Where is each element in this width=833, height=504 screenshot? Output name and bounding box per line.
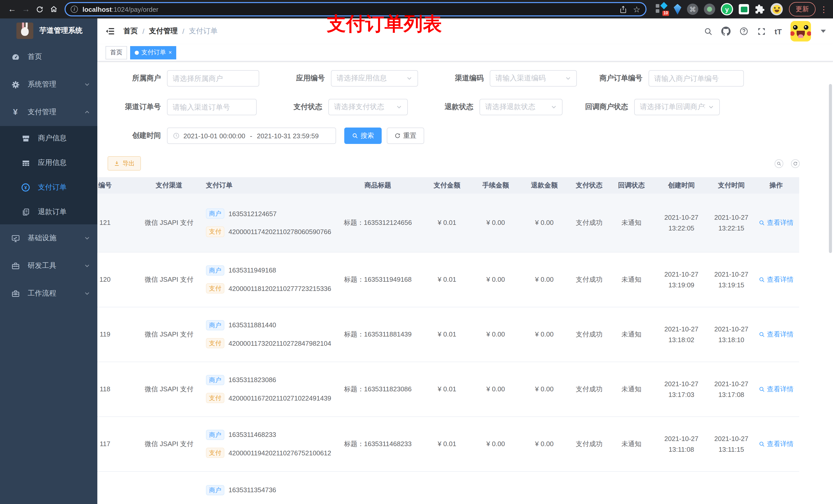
merchant-tag: 商户: [206, 320, 224, 330]
tab-home[interactable]: 首页: [105, 46, 127, 59]
field-label: 渠道编码: [430, 74, 490, 83]
extension-diamond-icon[interactable]: 10: [656, 3, 668, 16]
share-icon[interactable]: [619, 5, 627, 14]
date-start: 2021-10-01 00:00:00: [184, 132, 245, 140]
pay-tag: 支付: [206, 283, 224, 294]
sidebar-item-payment[interactable]: ¥ 支付管理: [0, 98, 97, 126]
briefcase-icon: [11, 289, 20, 298]
browser-reload-icon[interactable]: [33, 2, 47, 16]
breadcrumb-payment[interactable]: 支付管理: [149, 27, 178, 36]
page-info-icon[interactable]: i: [71, 6, 78, 13]
create-time-range-picker[interactable]: 2021-10-01 00:00:00 - 2021-10-31 23:59:5…: [167, 127, 336, 144]
toolbox-icon: [11, 262, 20, 270]
refresh-table-button[interactable]: [791, 159, 800, 168]
merchant-tag: 商户: [206, 375, 224, 385]
field-label: 渠道订单号: [108, 102, 167, 112]
chevron-down-icon: [84, 290, 90, 296]
screen: ← → i localhost:1024/pay/order ☆ 10 ⌘ y: [0, 0, 833, 504]
tab-pay-order[interactable]: 支付订单 ×: [130, 46, 176, 59]
extensions-puzzle-icon[interactable]: [755, 4, 765, 14]
sidebar: 芋道管理系统 首页 系统管理 ¥ 支付管理: [0, 19, 97, 504]
navbar-actions: tT: [704, 21, 826, 42]
github-icon[interactable]: [721, 27, 731, 36]
view-details-link[interactable]: 查看详情: [759, 218, 793, 227]
browser-profile-avatar[interactable]: [770, 3, 783, 15]
chevron-down-icon: [396, 104, 402, 110]
merchant-order-no-input[interactable]: [648, 70, 744, 87]
extension-chat-icon[interactable]: [739, 4, 749, 14]
extension-y-icon[interactable]: y: [721, 3, 733, 15]
url-text: localhost:1024/pay/order: [82, 5, 158, 13]
app-logo[interactable]: 芋道管理系统: [0, 19, 97, 43]
help-icon[interactable]: [739, 27, 748, 36]
browser-forward-icon[interactable]: →: [19, 2, 33, 16]
chevron-down-icon: [708, 104, 714, 110]
table-row[interactable]: 119 微信 JSAPI 支付 商户1635311881440 支付420000…: [97, 307, 799, 362]
view-details-link[interactable]: 查看详情: [759, 330, 793, 339]
table-header-row: 编号 支付渠道 支付订单 商品标题 支付金额 手续金额 退款金额 支付状态 回调…: [97, 177, 799, 194]
view-details-link[interactable]: 查看详情: [759, 384, 793, 393]
sidebar-item-system[interactable]: 系统管理: [0, 71, 97, 98]
sidebar-item-merchant-info[interactable]: 商户信息: [0, 126, 97, 150]
field-label: 商户订单编号: [589, 74, 648, 83]
search-icon[interactable]: [704, 27, 713, 35]
chevron-down-icon: [84, 81, 90, 88]
sidebar-item-workflow[interactable]: 工作流程: [0, 280, 97, 307]
avatar-caret-icon[interactable]: [821, 30, 826, 33]
channel-order-no-input[interactable]: [167, 99, 257, 115]
view-details-link[interactable]: 查看详情: [759, 275, 793, 284]
sidebar-fold-icon[interactable]: [105, 26, 115, 37]
field-label: 退款状态: [420, 102, 479, 112]
app-select[interactable]: 请选择应用信息: [331, 70, 418, 87]
date-end: 2021-10-31 23:59:59: [257, 132, 319, 140]
export-button[interactable]: 导出: [108, 156, 141, 171]
table-row[interactable]: 商户1635311354736: [97, 471, 799, 504]
vertical-scrollbar[interactable]: [829, 84, 832, 253]
clock-icon: [173, 132, 180, 139]
dashboard-icon: [11, 52, 20, 61]
browser-menu-icon[interactable]: ⋮: [820, 4, 828, 14]
extension-record-icon[interactable]: [704, 4, 715, 15]
sidebar-item-refund-order[interactable]: 退款订单: [0, 200, 97, 224]
user-avatar[interactable]: [790, 21, 811, 42]
shop-icon: [21, 134, 30, 143]
table-row[interactable]: 118 微信 JSAPI 支付 商户1635311823086 支付420000…: [97, 362, 799, 416]
search-button[interactable]: 搜索: [344, 127, 382, 144]
table-row[interactable]: 121 微信 JSAPI 支付 商户1635312124657 支付420000…: [97, 194, 799, 252]
merchant-input[interactable]: [167, 70, 259, 87]
toggle-search-button[interactable]: [775, 159, 783, 168]
orders-table: 编号 支付渠道 支付订单 商品标题 支付金额 手续金额 退款金额 支付状态 回调…: [97, 177, 799, 504]
bookmark-star-icon[interactable]: ☆: [633, 4, 640, 14]
refund-status-select[interactable]: 请选择退款状态: [479, 99, 563, 115]
svg-text:¥: ¥: [24, 185, 27, 190]
extension-command-icon[interactable]: ⌘: [687, 4, 698, 15]
field-label: 回调商户状态: [575, 102, 634, 112]
sidebar-item-devtools[interactable]: 研发工具: [0, 252, 97, 280]
breadcrumb-current: 支付订单: [189, 27, 218, 36]
page-title-annotation: 支付订单列表: [327, 11, 442, 37]
view-details-link[interactable]: 查看详情: [759, 439, 793, 449]
yen-icon: ¥: [11, 107, 20, 117]
browser-update-button[interactable]: 更新: [789, 2, 815, 16]
orders-table-container[interactable]: 编号 支付渠道 支付订单 商品标题 支付金额 手续金额 退款金额 支付状态 回调…: [97, 177, 833, 504]
tab-close-icon[interactable]: ×: [169, 50, 172, 55]
sidebar-item-home[interactable]: 首页: [0, 43, 97, 71]
table-row[interactable]: 120 微信 JSAPI 支付 商户1635311949168 支付420000…: [97, 252, 799, 307]
channel-code-select[interactable]: 请输入渠道编码: [490, 70, 577, 87]
page-content: 所属商户 应用编号 请选择应用信息 渠道编码 请输入渠道编码: [97, 62, 833, 504]
sidebar-item-app-info[interactable]: 应用信息: [0, 150, 97, 175]
sidebar-item-infra[interactable]: 基础设施: [0, 224, 97, 252]
sidebar-item-pay-order[interactable]: ¥ 支付订单: [0, 175, 97, 200]
browser-home-icon[interactable]: [47, 2, 61, 16]
notify-status-select[interactable]: 请选择订单回调商户状态: [634, 99, 720, 115]
chevron-up-icon: [84, 109, 90, 115]
browser-back-icon[interactable]: ←: [5, 2, 19, 16]
active-tab-dot: [135, 50, 139, 54]
table-row[interactable]: 117 微信 JSAPI 支付 商户1635311468233 支付420000…: [97, 416, 799, 471]
breadcrumb-home[interactable]: 首页: [123, 27, 138, 36]
pay-status-select[interactable]: 请选择支付状态: [328, 99, 408, 115]
font-size-icon[interactable]: tT: [775, 27, 782, 35]
extension-gem-icon[interactable]: [674, 4, 681, 15]
reset-button[interactable]: 重置: [387, 127, 424, 144]
fullscreen-icon[interactable]: [757, 27, 766, 35]
